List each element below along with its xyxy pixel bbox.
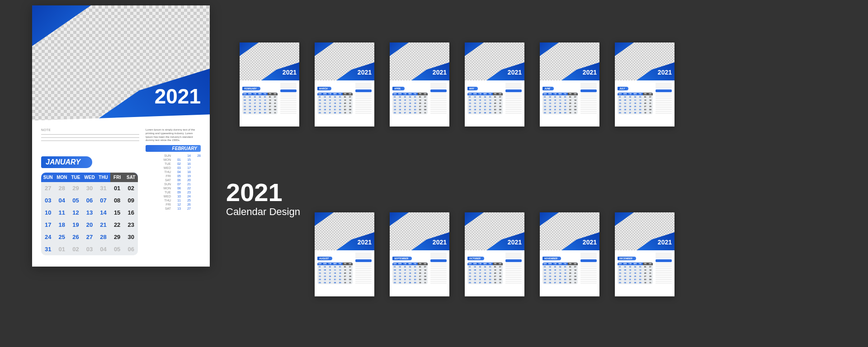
month-thumbnail: 2021MAYSUNMONTUEWEDTHUFRISAT010203040506… xyxy=(465,42,524,127)
note-line xyxy=(41,137,139,138)
date-cell: 20 xyxy=(83,219,97,231)
thumb-next-pill xyxy=(505,259,522,262)
thumb-calendar: SUNMONTUEWEDTHUFRISAT0102030405060708091… xyxy=(542,263,578,284)
thumb-calendar: SUNMONTUEWEDTHUFRISAT0102030405060708091… xyxy=(618,93,653,114)
date-cell: 19 xyxy=(69,219,83,231)
month-thumbnail: 2021JULYSUNMONTUEWEDTHUFRISAT01020304050… xyxy=(615,42,675,127)
month-label: MARCH xyxy=(317,87,331,90)
description-text: Lorem Ipsum is simply dummy text of the … xyxy=(146,128,201,142)
thumb-next-pill xyxy=(656,89,672,92)
february-mini-calendar: SUN1428MON0115TUE0216WED0317THU0418FRI05… xyxy=(146,154,201,211)
date-cell: 13 xyxy=(83,206,97,219)
date-cell: 09 xyxy=(124,194,138,206)
next-month-label: FEBRUARY xyxy=(146,145,201,152)
thumb-text xyxy=(280,83,297,89)
day-header: SAT xyxy=(124,173,138,182)
thumb-next-pill xyxy=(430,89,447,92)
date-cell: 26 xyxy=(69,231,83,243)
month-label: JUNE xyxy=(542,87,554,90)
date-cell: 25 xyxy=(55,231,69,243)
mini-row: SAT1327 xyxy=(146,206,201,211)
note-line xyxy=(41,141,139,141)
thumb-hero: 2021 xyxy=(540,42,599,80)
thumb-next-pill xyxy=(430,259,447,262)
thumb-body: JULYSUNMONTUEWEDTHUFRISAT010203040506070… xyxy=(615,80,675,116)
date-cell: 06 xyxy=(83,194,97,206)
month-thumbnail: 2021MARCHSUNMONTUEWEDTHUFRISAT0102030405… xyxy=(315,42,374,127)
day-header: SUN xyxy=(41,173,55,182)
year-label: 2021 xyxy=(583,69,597,76)
year-label: 2021 xyxy=(658,239,672,246)
mini-row: FRI1226 xyxy=(146,202,201,206)
month-label: SEPTEMBER xyxy=(392,257,412,260)
month-thumbnail: 2021JUNESUNMONTUEWEDTHUFRISAT01020304050… xyxy=(540,42,599,127)
thumb-side xyxy=(580,253,597,284)
thumb-calendar: SUNMONTUEWEDTHUFRISAT0102030405060708091… xyxy=(467,263,503,284)
hero-image-area: 2021 xyxy=(32,5,210,123)
month-label: JULY xyxy=(618,87,628,90)
thumb-hero: 2021 xyxy=(540,212,599,250)
thumb-main: SEPTEMBERSUNMONTUEWEDTHUFRISAT0102030405… xyxy=(392,253,429,284)
date-cell: 31 xyxy=(41,243,55,255)
thumb-mini-cal xyxy=(505,263,522,284)
thumb-mini-cal xyxy=(505,93,522,114)
thumb-calendar: SUNMONTUEWEDTHUFRISAT0102030405060708091… xyxy=(542,93,578,114)
date-grid: 2728293031010203040506070809101112131415… xyxy=(41,182,138,255)
day-header: FRI xyxy=(110,173,124,182)
thumb-mini-cal xyxy=(355,93,372,114)
date-cell: 30 xyxy=(124,231,138,243)
mini-row: WED0317 xyxy=(146,166,201,170)
month-label: DECEMBER xyxy=(618,257,636,260)
thumb-mini-cal xyxy=(430,93,447,114)
year-label: 2021 xyxy=(658,69,672,76)
year-label: 2021 xyxy=(433,69,447,76)
mini-row: SAT0620 xyxy=(146,178,201,182)
thumb-calendar: SUNMONTUEWEDTHUFRISAT0102030405060708091… xyxy=(317,263,353,284)
month-label: MAY xyxy=(467,87,478,90)
month-thumbnail: 2021APRILSUNMONTUEWEDTHUFRISAT0102030405… xyxy=(390,42,449,127)
month-label: FEBRUARY xyxy=(242,87,260,90)
date-cell: 06 xyxy=(124,243,138,255)
thumb-text xyxy=(505,83,522,89)
mini-row: MON0822 xyxy=(146,186,201,190)
thumb-main: MAYSUNMONTUEWEDTHUFRISAT0102030405060708… xyxy=(467,83,504,114)
thumb-calendar: SUNMONTUEWEDTHUFRISAT0102030405060708091… xyxy=(317,93,353,114)
thumb-side xyxy=(656,253,672,284)
month-thumbnail: 2021DECEMBERSUNMONTUEWEDTHUFRISAT0102030… xyxy=(615,212,675,296)
mini-row: TUE0216 xyxy=(146,162,201,166)
year-label: 2021 xyxy=(433,239,447,246)
thumb-main: OCTOBERSUNMONTUEWEDTHUFRISAT010203040506… xyxy=(467,253,504,284)
date-cell: 10 xyxy=(41,206,55,219)
thumb-body: SEPTEMBERSUNMONTUEWEDTHUFRISAT0102030405… xyxy=(390,250,449,286)
thumb-hero: 2021 xyxy=(615,212,675,250)
date-cell: 04 xyxy=(96,243,110,255)
date-cell: 02 xyxy=(124,182,138,194)
thumb-next-pill xyxy=(355,89,372,92)
thumb-main: NOVEMBERSUNMONTUEWEDTHUFRISAT01020304050… xyxy=(542,253,579,284)
thumb-body: MAYSUNMONTUEWEDTHUFRISAT0102030405060708… xyxy=(465,80,524,116)
mini-row: MON0115 xyxy=(146,158,201,162)
month-label: OCTOBER xyxy=(467,257,484,260)
thumb-mini-cal xyxy=(580,263,597,284)
mini-row: SUN1428 xyxy=(146,154,201,158)
month-thumbnail: 2021NOVEMBERSUNMONTUEWEDTHUFRISAT0102030… xyxy=(540,212,599,296)
note-heading: NOTE xyxy=(41,128,139,131)
thumb-next-pill xyxy=(355,259,372,262)
year-label: 2021 xyxy=(358,239,372,246)
thumb-calendar: SUNMONTUEWEDTHUFRISAT0102030405060708091… xyxy=(392,93,428,114)
thumb-next-pill xyxy=(505,89,522,92)
thumb-side xyxy=(505,253,522,284)
main-column: NOTE JANUARY SUNMONTUEWEDTHUFRISAT 27282… xyxy=(41,128,139,255)
thumb-text xyxy=(656,253,672,258)
thumb-hero: 2021 xyxy=(615,42,675,80)
month-thumbnail: 2021FEBRUARYSUNMONTUEWEDTHUFRISAT0102030… xyxy=(240,42,299,127)
thumb-next-pill xyxy=(656,259,672,262)
date-cell: 29 xyxy=(110,231,124,243)
year-label: 2021 xyxy=(155,84,201,108)
thumb-text xyxy=(580,253,597,258)
thumb-side xyxy=(580,83,597,114)
day-header: MON xyxy=(55,173,69,182)
thumb-side xyxy=(280,83,297,114)
month-label: AUGUST xyxy=(317,257,332,260)
date-cell: 11 xyxy=(55,206,69,219)
